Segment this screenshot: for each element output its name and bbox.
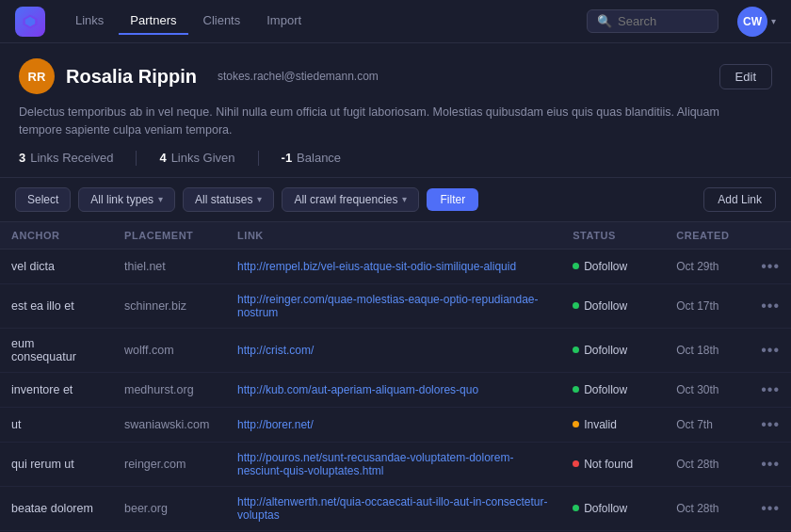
status-dot: [573, 505, 579, 511]
cell-anchor: inventore et: [0, 372, 113, 407]
stat-links-given: 4 Links Given: [159, 151, 234, 165]
more-options-icon[interactable]: •••: [761, 258, 780, 274]
cell-placement: thiel.net: [113, 249, 226, 283]
status-dot: [573, 347, 579, 353]
more-options-icon[interactable]: •••: [761, 456, 780, 472]
status-label: Invalid: [584, 418, 617, 431]
status-dot: [573, 421, 579, 427]
table-row: eum consequatur wolff.com http://crist.c…: [0, 328, 791, 372]
cell-link[interactable]: http://kub.com/aut-aperiam-aliquam-dolor…: [226, 372, 561, 407]
profile-email: stokes.rachel@stiedemann.com: [218, 70, 379, 83]
cell-actions[interactable]: •••: [750, 283, 791, 328]
status-dot: [573, 386, 579, 393]
cell-status: Dofollow: [561, 283, 665, 328]
cell-placement: beer.org: [113, 486, 226, 530]
cell-link[interactable]: http://rempel.biz/vel-eius-atque-sit-odi…: [226, 249, 561, 283]
status-label: Not found: [584, 458, 633, 471]
more-options-icon[interactable]: •••: [761, 298, 780, 314]
cell-status: Dofollow: [561, 249, 665, 283]
cell-link[interactable]: http://crist.com/: [226, 328, 561, 372]
search-box[interactable]: 🔍: [587, 9, 718, 33]
main-nav: Links Partners Clients Import: [64, 8, 568, 35]
links-given-label: Links Given: [171, 151, 235, 165]
links-received-count: 3: [19, 151, 25, 165]
statuses-label: All statuses: [195, 193, 252, 206]
more-options-icon[interactable]: •••: [761, 500, 780, 516]
col-header-actions: [750, 222, 791, 250]
table-row: qui rerum ut reinger.com http://pouros.n…: [0, 442, 791, 486]
chevron-down-icon: ▾: [158, 194, 163, 204]
frequencies-dropdown[interactable]: All crawl frequencies ▾: [282, 187, 419, 212]
cell-status: Invalid: [561, 407, 665, 442]
add-link-button[interactable]: Add Link: [703, 187, 776, 212]
cell-link[interactable]: http://reinger.com/quae-molestias-eaque-…: [226, 283, 561, 328]
profile-left: RR Rosalia Rippin stokes.rachel@stiedema…: [19, 58, 379, 94]
cell-link[interactable]: http://borer.net/: [226, 407, 561, 442]
cell-actions[interactable]: •••: [750, 249, 791, 283]
user-avatar-wrapper[interactable]: CW ▾: [737, 7, 776, 37]
main-header: Links Partners Clients Import 🔍 CW ▾: [0, 0, 791, 43]
cell-actions[interactable]: •••: [750, 442, 791, 486]
cell-created: Oct 7th: [665, 407, 750, 442]
col-header-created: Created: [665, 222, 750, 250]
status-label: Dofollow: [584, 344, 627, 357]
chevron-down-icon: ▾: [771, 16, 776, 26]
cell-placement: schinner.biz: [113, 283, 226, 328]
cell-actions[interactable]: •••: [750, 486, 791, 530]
avatar[interactable]: CW: [737, 7, 767, 37]
nav-clients[interactable]: Clients: [192, 8, 252, 35]
frequencies-label: All crawl frequencies: [294, 193, 397, 206]
status-label: Dofollow: [584, 299, 627, 313]
table-body: vel dicta thiel.net http://rempel.biz/ve…: [0, 249, 791, 532]
stat-balance: -1 Balance: [282, 151, 342, 165]
select-button[interactable]: Select: [15, 187, 71, 212]
cell-created: Oct 29th: [665, 249, 750, 283]
profile-avatar: RR: [19, 58, 55, 94]
cell-link[interactable]: http://altenwerth.net/quia-occaecati-aut…: [226, 486, 561, 530]
cell-placement: wolff.com: [113, 328, 226, 372]
edit-button[interactable]: Edit: [719, 64, 772, 89]
links-given-count: 4: [159, 151, 166, 165]
cell-created: Oct 28th: [665, 442, 750, 486]
cell-status: Dofollow: [561, 486, 665, 530]
nav-partners[interactable]: Partners: [119, 8, 187, 35]
cell-created: Oct 28th: [665, 486, 750, 530]
stat-links-received: 3 Links Received: [19, 151, 113, 165]
cell-created: Oct 17th: [665, 283, 750, 328]
link-types-dropdown[interactable]: All link types ▾: [78, 187, 175, 212]
cell-created: Oct 18th: [665, 328, 750, 372]
nav-import[interactable]: Import: [255, 8, 313, 35]
balance-label: Balance: [297, 151, 341, 165]
filter-button[interactable]: Filter: [427, 188, 478, 211]
cell-actions[interactable]: •••: [750, 407, 791, 442]
cell-actions[interactable]: •••: [750, 372, 791, 407]
chevron-down-icon: ▾: [402, 194, 407, 204]
cell-status: Not found: [561, 442, 665, 486]
search-icon: 🔍: [597, 14, 612, 28]
status-dot: [573, 263, 579, 269]
profile-header: RR Rosalia Rippin stokes.rachel@stiedema…: [19, 58, 772, 94]
more-options-icon[interactable]: •••: [761, 381, 780, 397]
table-header: Anchor Placement Link Status Created: [0, 222, 791, 250]
status-dot: [573, 302, 579, 309]
logo[interactable]: [15, 7, 45, 37]
cell-actions[interactable]: •••: [750, 328, 791, 372]
cell-link[interactable]: http://pouros.net/sunt-recusandae-volupt…: [226, 442, 561, 486]
cell-anchor: ut: [0, 407, 113, 442]
nav-links[interactable]: Links: [64, 8, 115, 35]
search-input[interactable]: [618, 14, 702, 28]
cell-placement: swaniawski.com: [113, 407, 226, 442]
profile-bio: Delectus temporibus ab in vel neque. Nih…: [19, 104, 734, 139]
table-row: beatae dolorem beer.org http://altenwert…: [0, 486, 791, 530]
links-received-label: Links Received: [30, 151, 113, 165]
status-label: Dofollow: [584, 260, 627, 273]
more-options-icon[interactable]: •••: [761, 416, 780, 432]
table-row: ut swaniawski.com http://borer.net/ Inva…: [0, 407, 791, 442]
profile-stats: 3 Links Received 4 Links Given -1 Balanc…: [19, 151, 772, 166]
statuses-dropdown[interactable]: All statuses ▾: [183, 187, 274, 212]
col-header-status: Status: [561, 222, 665, 250]
more-options-icon[interactable]: •••: [761, 342, 780, 358]
status-label: Dofollow: [584, 383, 627, 396]
chevron-down-icon: ▾: [257, 194, 262, 204]
table-row: est ea illo et schinner.biz http://reing…: [0, 283, 791, 328]
